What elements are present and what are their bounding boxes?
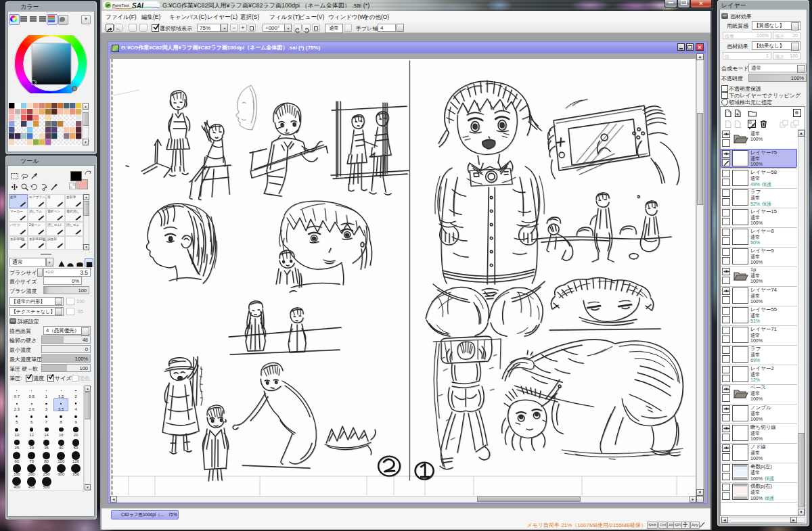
svg-text:PaintTool: PaintTool xyxy=(112,3,129,7)
